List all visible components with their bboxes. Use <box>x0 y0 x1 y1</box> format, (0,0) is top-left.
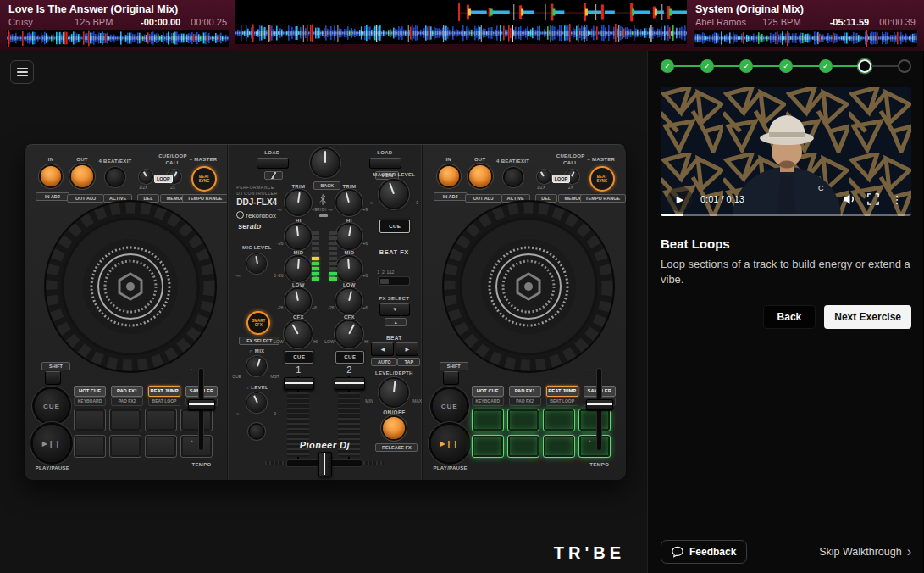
ch2-cfx-knob[interactable] <box>336 321 362 347</box>
hot-cue-mode-button[interactable]: HOT CUE <box>74 386 106 397</box>
step-7-upcoming[interactable] <box>898 59 911 73</box>
ch2-trim-knob[interactable] <box>337 191 361 214</box>
pad-8[interactable] <box>578 435 611 458</box>
step-1-complete[interactable]: ✓ <box>661 59 674 73</box>
tempo-slider-knob[interactable] <box>188 399 215 410</box>
pad-2[interactable] <box>507 409 539 431</box>
loop-half-knob[interactable] <box>140 170 152 183</box>
loop-in-button[interactable] <box>439 166 459 186</box>
pad-3[interactable] <box>543 409 575 431</box>
headphone-fader-button[interactable] <box>250 425 263 438</box>
video-volume-button[interactable] <box>840 190 859 209</box>
pad-8[interactable] <box>180 435 213 458</box>
ch1-cue-button[interactable]: CUE <box>285 351 313 364</box>
ch1-low-knob[interactable] <box>286 289 310 313</box>
fx-select-down-button[interactable]: ▼ <box>379 303 410 316</box>
feedback-button[interactable]: Feedback <box>661 540 747 564</box>
lesson-description: Loop sections of a track to build energy… <box>661 257 911 286</box>
pad-4[interactable] <box>578 409 611 431</box>
load-right-button[interactable] <box>369 158 401 169</box>
menu-button[interactable] <box>10 60 34 84</box>
ch1-trim-knob[interactable] <box>286 191 310 214</box>
loop-in-button[interactable] <box>41 166 61 186</box>
four-beat-exit-button[interactable] <box>505 169 522 186</box>
pad-fx1-mode-button[interactable]: PAD FX1 <box>509 386 541 397</box>
headphone-mix-knob[interactable] <box>247 357 266 376</box>
beat-sync-line2: SYNC <box>199 179 210 183</box>
pad-fx1-mode-button[interactable]: PAD FX1 <box>111 386 143 397</box>
pad-7[interactable] <box>145 435 177 458</box>
beat-right-button[interactable]: ▶ <box>396 342 418 356</box>
shift-button[interactable] <box>45 371 61 385</box>
browse-knob[interactable] <box>312 149 339 176</box>
fx-channel-switch[interactable] <box>379 277 409 285</box>
tribe-logo: TR'BE <box>554 543 625 563</box>
level-depth-knob[interactable] <box>380 379 407 406</box>
video-fullscreen-button[interactable] <box>864 190 883 209</box>
ch2-mid-label: MID <box>336 250 362 256</box>
ch2-cue-button[interactable]: CUE <box>335 351 364 364</box>
skip-walkthrough-link[interactable]: Skip Walkthrough › <box>819 545 911 559</box>
pad-1[interactable] <box>472 409 504 431</box>
tempo-slider-knob[interactable] <box>586 399 613 410</box>
performance-pads <box>74 409 213 458</box>
master-cue-button[interactable]: CUE <box>379 220 410 233</box>
step-5-complete[interactable]: ✓ <box>819 59 833 73</box>
ch2-trim-min: -∞ <box>328 208 332 212</box>
lesson-video-player[interactable]: C ▶ 0:01 / 0:13 ⋮ <box>661 87 911 216</box>
video-menu-button[interactable]: ⋮ <box>888 190 906 209</box>
play-pause-button[interactable]: ▶❙❙ <box>33 425 70 462</box>
mic-level-knob[interactable] <box>247 254 266 273</box>
ch2-fader[interactable] <box>335 377 365 390</box>
step-2-complete[interactable]: ✓ <box>700 59 714 73</box>
headphone-level-knob[interactable] <box>247 393 266 412</box>
loop-half-knob[interactable] <box>538 170 551 183</box>
pad-6[interactable] <box>109 435 141 458</box>
hot-cue-mode-button[interactable]: HOT CUE <box>472 386 504 397</box>
beat-sync-button[interactable]: BEAT SYNC <box>191 166 217 192</box>
smart-cfx-button[interactable]: SMART CFX <box>246 311 270 335</box>
beat-jump-mode-button[interactable]: BEAT JUMP <box>546 386 578 397</box>
fx-select-up-button[interactable]: ▲ <box>385 318 407 326</box>
step-4-complete[interactable]: ✓ <box>779 59 793 73</box>
back-button[interactable]: Back <box>763 305 816 329</box>
pad-5[interactable] <box>472 435 504 458</box>
play-pause-button[interactable]: ▶❙❙ <box>431 425 468 462</box>
shift-button[interactable] <box>443 371 459 385</box>
jog-wheel[interactable] <box>43 199 218 374</box>
ch1-mid-knob[interactable] <box>286 257 310 281</box>
ch2-hi-knob[interactable] <box>337 225 361 248</box>
loop-out-button[interactable] <box>71 165 93 187</box>
jog-wheel[interactable] <box>441 199 616 374</box>
fx-on-off-button[interactable] <box>383 417 405 439</box>
step-6-current[interactable] <box>858 59 871 73</box>
pad-2[interactable] <box>109 409 141 431</box>
pad-6[interactable] <box>507 435 539 458</box>
waveform-divider-strip <box>235 44 687 51</box>
beat-left-button[interactable]: ◀ <box>371 342 394 356</box>
ch1-hi-knob[interactable] <box>286 225 310 248</box>
ch2-low-knob[interactable] <box>337 289 361 313</box>
beat-sync-button[interactable]: BEAT SYNC <box>589 166 615 192</box>
keyboard-mode-label: KEYBOARD <box>472 397 504 406</box>
loop-out-button[interactable] <box>469 165 491 187</box>
ch1-fader[interactable] <box>284 377 314 390</box>
next-exercise-button[interactable]: Next Exercise <box>824 305 911 329</box>
cue-button[interactable]: CUE <box>433 389 467 423</box>
video-play-button[interactable]: ▶ <box>667 186 693 212</box>
master-level-knob[interactable] <box>380 181 407 208</box>
crossfader[interactable] <box>318 452 332 476</box>
beat-jump-mode-button[interactable]: BEAT JUMP <box>148 386 180 397</box>
pad-3[interactable] <box>145 409 177 431</box>
pad-4[interactable] <box>180 409 213 431</box>
pad-7[interactable] <box>543 435 575 458</box>
load-left-button[interactable] <box>257 158 289 169</box>
ch1-cfx-knob[interactable] <box>285 321 311 347</box>
four-beat-exit-button[interactable] <box>107 169 124 186</box>
ch2-mid-knob[interactable] <box>337 257 361 281</box>
step-3-complete[interactable]: ✓ <box>739 59 753 73</box>
cue-button[interactable]: CUE <box>35 389 69 423</box>
video-progress-bar[interactable] <box>661 214 911 216</box>
pad-1[interactable] <box>74 409 106 431</box>
pad-5[interactable] <box>74 435 106 458</box>
